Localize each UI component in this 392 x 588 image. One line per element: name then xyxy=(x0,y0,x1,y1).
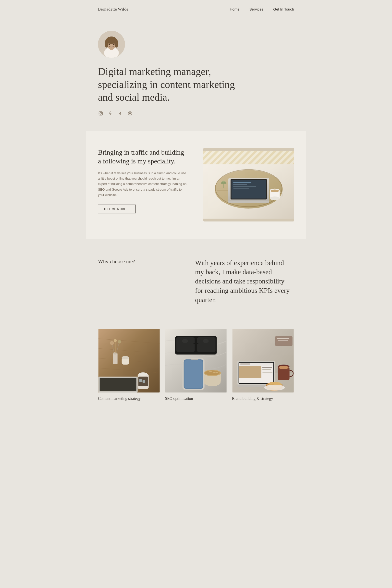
traffic-image xyxy=(203,148,294,222)
svg-point-73 xyxy=(205,370,220,375)
svg-rect-54 xyxy=(100,378,136,391)
svg-point-59 xyxy=(139,372,148,376)
svg-point-32 xyxy=(270,196,280,200)
nav-links: Home Services Get In Touch xyxy=(230,7,294,12)
service-card-seo: SEO optimisation xyxy=(165,329,227,401)
service-title-brand: Brand building & strategy xyxy=(232,396,294,401)
social-icons-group xyxy=(98,111,294,116)
nav-link-contact[interactable]: Get In Touch xyxy=(273,7,294,11)
svg-rect-28 xyxy=(233,188,249,188)
avatar xyxy=(98,31,125,58)
svg-rect-84 xyxy=(262,372,272,373)
svg-rect-43 xyxy=(113,353,118,364)
pinterest-icon[interactable] xyxy=(128,111,133,116)
why-heading-container: Why choose me? xyxy=(98,258,180,264)
why-heading: Why choose me? xyxy=(98,258,180,264)
svg-point-33 xyxy=(271,190,279,192)
nav-item-services[interactable]: Services xyxy=(250,7,264,12)
svg-rect-27 xyxy=(233,186,256,187)
svg-point-52 xyxy=(122,356,129,360)
service-image-brand xyxy=(232,329,294,392)
instagram-icon[interactable] xyxy=(98,111,104,116)
svg-point-10 xyxy=(100,112,102,114)
traffic-image-container xyxy=(203,148,294,222)
services-grid: Content marketing strategy xyxy=(98,329,294,401)
svg-rect-16 xyxy=(203,151,294,164)
traffic-section: Bringing in traffic and building a follo… xyxy=(86,131,306,239)
brand-name[interactable]: Bernadette Wilde xyxy=(98,7,128,12)
tiktok-icon[interactable] xyxy=(118,111,123,116)
svg-point-66 xyxy=(203,339,209,343)
svg-rect-26 xyxy=(233,184,247,185)
svg-rect-81 xyxy=(239,366,261,378)
why-body-container: With years of experience behind my back,… xyxy=(195,258,294,304)
service-title-content: Content marketing strategy xyxy=(98,396,160,401)
svg-point-37 xyxy=(224,182,226,184)
service-title-seo: SEO optimisation xyxy=(165,396,227,401)
tell-more-button[interactable]: TELL ME MORE → xyxy=(98,204,136,214)
why-body: With years of experience behind my back,… xyxy=(195,258,294,304)
svg-point-48 xyxy=(114,339,117,342)
svg-rect-9 xyxy=(99,112,103,115)
nav-item-home[interactable]: Home xyxy=(230,7,240,12)
nav-link-home[interactable]: Home xyxy=(230,7,240,12)
why-section: Why choose me? With years of experience … xyxy=(86,239,306,324)
service-card-brand: Brand building & strategy xyxy=(232,329,294,401)
traffic-body: It's when it feels like your business is… xyxy=(98,170,189,198)
svg-point-88 xyxy=(278,366,288,369)
svg-point-5 xyxy=(104,40,108,48)
svg-rect-82 xyxy=(262,367,272,368)
hero-section: Digital marketing manager, specializing … xyxy=(86,18,306,131)
nav-link-services[interactable]: Services xyxy=(250,7,264,11)
svg-rect-95 xyxy=(278,340,288,341)
svg-rect-57 xyxy=(140,379,142,382)
navigation: Bernadette Wilde Home Services Get In To… xyxy=(86,0,306,18)
svg-rect-70 xyxy=(191,359,198,360)
traffic-heading: Bringing in traffic and building a follo… xyxy=(98,148,189,166)
threads-icon[interactable] xyxy=(108,111,113,116)
svg-rect-83 xyxy=(262,369,271,370)
svg-rect-58 xyxy=(142,380,145,383)
nav-item-contact[interactable]: Get In Touch xyxy=(273,7,294,12)
service-image-seo xyxy=(165,329,227,392)
svg-rect-25 xyxy=(233,182,251,183)
svg-point-91 xyxy=(264,385,285,390)
hero-headline: Digital marketing manager, specializing … xyxy=(98,65,250,104)
svg-point-6 xyxy=(114,40,118,48)
svg-point-65 xyxy=(182,339,188,343)
svg-point-36 xyxy=(221,182,224,184)
services-section: Content marketing strategy xyxy=(86,324,306,420)
service-image-content xyxy=(98,329,160,392)
svg-rect-29 xyxy=(228,201,269,202)
svg-point-7 xyxy=(109,44,110,45)
svg-rect-64 xyxy=(194,343,198,344)
svg-point-8 xyxy=(113,44,114,45)
svg-point-46 xyxy=(110,341,114,345)
svg-point-11 xyxy=(102,112,102,113)
svg-rect-94 xyxy=(277,338,289,339)
service-card-content: Content marketing strategy xyxy=(98,329,160,401)
svg-rect-80 xyxy=(240,363,250,365)
traffic-content: Bringing in traffic and building a follo… xyxy=(98,148,189,214)
svg-point-50 xyxy=(118,340,121,344)
svg-rect-69 xyxy=(184,360,202,388)
